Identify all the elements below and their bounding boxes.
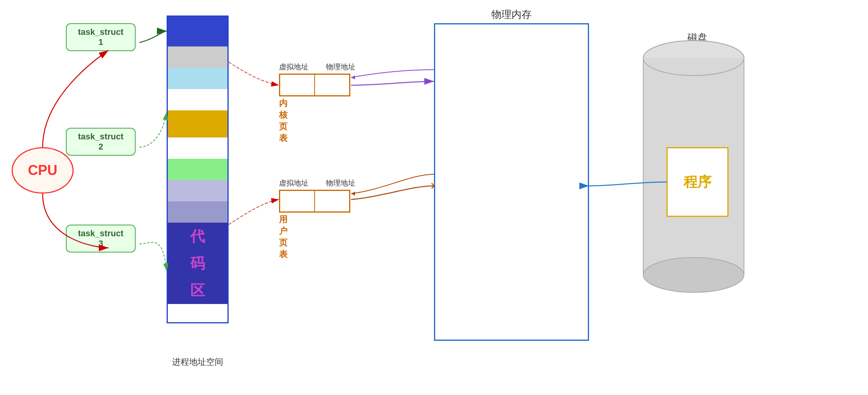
phys-mem-title: 物理内存 (434, 8, 589, 21)
kernel-page-table (279, 74, 350, 96)
kernel-virt-cell (280, 74, 315, 96)
user-page-table (279, 190, 350, 213)
user-virt-cell (280, 191, 315, 212)
kernel-page-table-label: 内核页表 (279, 98, 288, 144)
task1-line2: 1 (74, 37, 128, 47)
kernel-virt-label: 虚拟地址 (279, 63, 308, 71)
diagram: CPU task_struct 1 task_struct 2 task_str… (0, 0, 868, 395)
task-struct-2: task_struct 2 (66, 128, 136, 156)
program-box: 程序 (666, 147, 728, 217)
user-virt-label: 虚拟地址 (279, 179, 308, 187)
task1-line1: task_struct (74, 27, 128, 37)
task-struct-3: task_struct 3 (66, 225, 136, 252)
cpu-label: CPU (28, 162, 57, 179)
user-phys-label: 物理地址 (326, 179, 355, 187)
cpu-node: CPU (12, 147, 74, 194)
addr-space-label: 进程地址空间 (167, 356, 229, 368)
kernel-phys-label: 物理地址 (326, 63, 355, 71)
svg-marker-17 (351, 192, 355, 196)
code-char-2: 码 (190, 254, 205, 273)
task2-line1: task_struct (74, 132, 128, 142)
address-space-column: 代 码 区 (167, 15, 229, 323)
kernel-phys-cell (315, 74, 350, 96)
code-char-1: 代 (190, 227, 205, 246)
task3-line1: task_struct (74, 228, 128, 239)
code-char-3: 区 (190, 281, 205, 301)
program-label: 程序 (684, 173, 711, 192)
svg-marker-16 (351, 76, 355, 79)
user-phys-cell (315, 191, 350, 212)
svg-point-2 (643, 258, 744, 292)
task-struct-1: task_struct 1 (66, 23, 136, 51)
phys-mem-box: 系统内核 代码数据 (434, 23, 589, 341)
task3-line2: 3 (74, 239, 128, 249)
task2-line2: 2 (74, 142, 128, 152)
user-page-table-label: 用户页表 (279, 214, 288, 260)
